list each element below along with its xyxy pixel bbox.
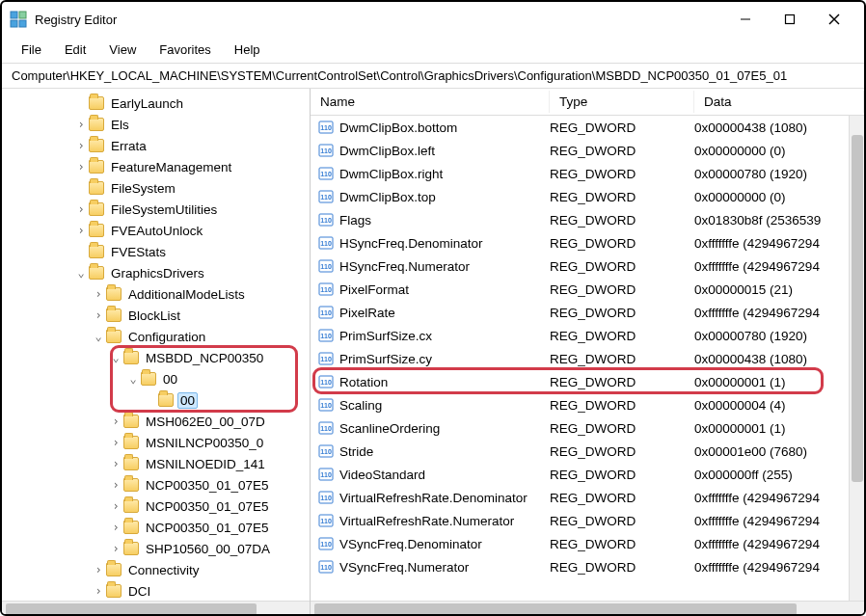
tree-item[interactable]: FVEStats (2, 241, 310, 262)
tree-item[interactable]: 00 (2, 389, 310, 411)
tree-item[interactable]: ›FeatureManagement (2, 156, 310, 177)
folder-icon (89, 118, 104, 131)
tree-item[interactable]: FileSystem (2, 177, 310, 199)
value-row[interactable]: 110VSyncFreq.NumeratorREG_DWORD0xfffffff… (311, 555, 864, 578)
svg-text:110: 110 (320, 495, 332, 501)
expand-icon[interactable]: › (73, 118, 89, 131)
column-data[interactable]: Data (694, 91, 864, 113)
tree-item[interactable]: ›NCP00350_01_07E5 (2, 517, 310, 538)
value-name: DwmClipBox.right (339, 167, 443, 181)
value-name: VideoStandard (339, 468, 425, 482)
tree-item[interactable]: ›Els (2, 114, 310, 135)
tree-item[interactable]: ›FileSystemUtilities (2, 199, 310, 220)
value-row[interactable]: 110DwmClipBox.rightREG_DWORD0x00000780 (… (311, 162, 864, 185)
menu-edit[interactable]: Edit (53, 39, 97, 61)
expand-icon[interactable]: › (108, 499, 123, 513)
values-vscroll[interactable] (849, 116, 864, 601)
value-name: Stride (339, 444, 373, 459)
maximize-button[interactable] (768, 4, 812, 35)
tree-item[interactable]: ›MSNILNOEDID_141 (2, 453, 310, 474)
expand-icon[interactable]: › (108, 415, 123, 428)
expand-icon[interactable]: › (91, 308, 106, 322)
value-row[interactable]: 110DwmClipBox.leftREG_DWORD0x00000000 (0… (311, 139, 864, 162)
value-row[interactable]: 110FlagsREG_DWORD0x01830b8f (2536539 (311, 208, 864, 231)
values-list[interactable]: 110DwmClipBox.bottomREG_DWORD0x00000438 … (311, 116, 864, 578)
value-row[interactable]: 110VirtualRefreshRate.DenominatorREG_DWO… (311, 486, 864, 509)
tree-item[interactable]: ›AdditionalModeLists (2, 283, 310, 305)
expand-icon[interactable]: › (91, 584, 106, 598)
value-data: 0x00000000 (0) (694, 190, 864, 204)
tree-item[interactable]: ›SHP10560_00_07DA (2, 538, 310, 559)
tree-item[interactable]: ›MSH062E0_00_07D (2, 411, 310, 432)
folder-icon (123, 351, 139, 364)
svg-rect-0 (11, 12, 17, 18)
value-row[interactable]: 110PrimSurfSize.cyREG_DWORD0x00000438 (1… (311, 347, 864, 370)
menu-file[interactable]: File (10, 39, 53, 61)
tree-item[interactable]: ›NCP00350_01_07E5 (2, 474, 310, 495)
tree-item[interactable]: ⌄00 (2, 368, 310, 389)
value-row[interactable]: 110PixelFormatREG_DWORD0x00000015 (21) (311, 278, 864, 301)
tree-item[interactable]: ›DCI (2, 580, 310, 601)
address-bar[interactable]: Computer\HKEY_LOCAL_MACHINE\SYSTEM\Curre… (2, 64, 864, 89)
collapse-icon[interactable]: ⌄ (108, 351, 123, 364)
folder-icon (123, 499, 139, 513)
expand-icon[interactable]: › (108, 521, 123, 534)
expand-icon[interactable]: › (73, 224, 89, 237)
value-row[interactable]: 110VideoStandardREG_DWORD0x000000ff (255… (311, 463, 864, 486)
expand-icon[interactable]: › (108, 436, 123, 449)
collapse-icon[interactable]: ⌄ (91, 330, 106, 343)
expand-icon[interactable]: › (108, 457, 123, 470)
tree-item[interactable]: ›NCP00350_01_07E5 (2, 495, 310, 517)
value-row[interactable]: 110ScalingREG_DWORD0x00000004 (4) (311, 393, 864, 416)
tree-item-label: DCI (125, 583, 153, 600)
menu-view[interactable]: View (97, 39, 148, 61)
expand-icon[interactable]: › (73, 139, 89, 152)
value-row[interactable]: 110VSyncFreq.DenominatorREG_DWORD0xfffff… (311, 532, 864, 555)
expand-icon[interactable]: › (91, 287, 106, 301)
tree-item[interactable]: ⌄MSBDD_NCP00350 (2, 347, 310, 368)
expand-icon[interactable]: › (73, 160, 89, 174)
tree-item[interactable]: ›BlockList (2, 305, 310, 326)
column-type[interactable]: Type (550, 91, 694, 113)
collapse-icon[interactable]: ⌄ (73, 266, 89, 280)
folder-icon (158, 393, 174, 407)
value-name: VSyncFreq.Denominator (339, 537, 482, 551)
values-hscroll[interactable] (311, 601, 864, 616)
expand-icon[interactable]: › (108, 478, 123, 492)
value-row[interactable]: 110DwmClipBox.topREG_DWORD0x00000000 (0) (311, 185, 864, 208)
value-row[interactable]: 110PrimSurfSize.cxREG_DWORD0x00000780 (1… (311, 324, 864, 347)
expand-icon[interactable]: › (108, 542, 123, 555)
tree-item-label: Els (108, 117, 132, 133)
menu-favorites[interactable]: Favorites (148, 39, 222, 61)
tree-hscroll[interactable] (2, 601, 310, 616)
tree-item-label: SHP10560_00_07DA (143, 541, 273, 557)
collapse-icon[interactable]: ⌄ (125, 372, 141, 386)
minimize-button[interactable] (723, 4, 768, 35)
list-header: Name Type Data (311, 89, 864, 116)
tree-item[interactable]: ›Errata (2, 135, 310, 156)
tree-item[interactable]: EarlyLaunch (2, 93, 310, 114)
dword-icon: 110 (318, 443, 334, 459)
value-row[interactable]: 110PixelRateREG_DWORD0xfffffffe (4294967… (311, 301, 864, 324)
tree-item[interactable]: ⌄Configuration (2, 326, 310, 347)
tree-item[interactable]: ⌄GraphicsDrivers (2, 262, 310, 283)
tree-item-label: AdditionalModeLists (125, 286, 248, 303)
expand-icon[interactable]: › (73, 202, 89, 216)
value-row[interactable]: 110HSyncFreq.DenominatorREG_DWORD0xfffff… (311, 231, 864, 254)
value-name: PrimSurfSize.cx (339, 329, 432, 343)
close-button[interactable] (812, 4, 856, 35)
value-row[interactable]: 110ScanlineOrderingREG_DWORD0x00000001 (… (311, 416, 864, 440)
tree-item[interactable]: ›MSNILNCP00350_0 (2, 432, 310, 453)
value-row[interactable]: 110DwmClipBox.bottomREG_DWORD0x00000438 … (311, 116, 864, 139)
tree-item[interactable]: ›FVEAutoUnlock (2, 220, 310, 241)
registry-tree[interactable]: EarlyLaunch›Els›Errata›FeatureManagement… (2, 89, 310, 601)
tree-item-label: FVEAutoUnlock (108, 223, 205, 239)
value-row[interactable]: 110VirtualRefreshRate.NumeratorREG_DWORD… (311, 509, 864, 532)
menu-help[interactable]: Help (223, 39, 272, 61)
value-row[interactable]: 110RotationREG_DWORD0x00000001 (1) (311, 370, 864, 393)
value-row[interactable]: 110HSyncFreq.NumeratorREG_DWORD0xfffffff… (311, 254, 864, 278)
tree-item[interactable]: ›Connectivity (2, 559, 310, 580)
expand-icon[interactable]: › (91, 563, 106, 576)
column-name[interactable]: Name (311, 91, 550, 113)
value-row[interactable]: 110StrideREG_DWORD0x00001e00 (7680) (311, 440, 864, 463)
